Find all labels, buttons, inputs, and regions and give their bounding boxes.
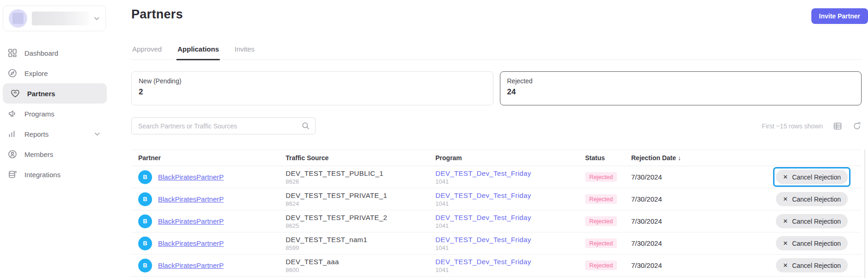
table-row: B BlackPiratesPartnerP DEV_TEST_TEST_PRI… [131,210,862,232]
column-header-program[interactable]: Program [428,154,578,162]
status-badge: Rejected [585,172,617,182]
stat-value: 24 [507,87,855,97]
scrollbar-track[interactable] [864,150,865,278]
integrations-icon [7,169,18,180]
tab-applications[interactable]: Applications [176,42,220,60]
sidebar-item-label: Integrations [24,171,60,179]
tab-invites[interactable]: Invites [234,42,255,59]
column-header-partner[interactable]: Partner [131,154,279,162]
tab-bar: Approved Applications Invites [131,42,862,60]
cancel-rejection-button-wrapper: ✕ Cancel Rejection [773,255,850,275]
sidebar-item-partners[interactable]: Partners [3,83,107,104]
stat-cards: New (Pending) 2 Rejected 24 [131,71,862,105]
traffic-source-cell: DEV_TEST_TEST_PRIVATE_1 8624 [279,191,428,207]
tab-approved[interactable]: Approved [131,42,163,59]
status-cell: Rejected [578,261,624,270]
sort-descending-icon: ↓ [678,154,681,162]
reports-icon [7,129,18,139]
search-icon [302,122,310,130]
cancel-rejection-label: Cancel Rejection [792,174,841,181]
partner-avatar: B [138,192,152,206]
sidebar-item-label: Members [24,151,53,158]
close-icon: ✕ [783,262,788,269]
column-header-traffic-source[interactable]: Traffic Source [279,154,428,162]
action-cell: ✕ Cancel Rejection [773,211,850,231]
column-header-status[interactable]: Status [578,154,624,162]
rejection-date-cell: 7/30/2024 [624,217,712,225]
partner-link[interactable]: BlackPiratesPartnerP [158,195,224,203]
invite-partner-button[interactable]: Invite Partner [811,8,868,24]
explore-icon [7,68,18,78]
members-icon [7,149,18,159]
action-cell: ✕ Cancel Rejection [773,167,850,187]
sidebar: Dashboard Explore Partners Programs Repo… [0,0,107,278]
stat-label: New (Pending) [139,77,486,85]
stat-card-new-pending[interactable]: New (Pending) 2 [131,71,493,105]
program-cell: DEV_TEST_Dev_Test_Friday 1041 [428,214,578,229]
table-row: B BlackPiratesPartnerP DEV_TEST_TEST_PRI… [131,188,862,210]
partner-link[interactable]: BlackPiratesPartnerP [158,173,224,181]
rejection-date-cell: 7/30/2024 [624,239,712,247]
traffic-source-id: 8600 [286,266,428,273]
workspace-avatar [9,9,27,28]
table-view-icon[interactable] [833,122,842,131]
rows-shown-label: First ~15 rows shown [762,122,823,130]
partner-link[interactable]: BlackPiratesPartnerP [158,261,224,269]
chevron-down-icon[interactable] [94,131,100,137]
sidebar-item-explore[interactable]: Explore [0,63,107,83]
status-cell: Rejected [578,216,624,226]
program-link[interactable]: DEV_TEST_Dev_Test_Friday [435,214,578,221]
sidebar-item-reports[interactable]: Reports [0,124,107,144]
sidebar-item-programs[interactable]: Programs [0,104,107,124]
traffic-source-name: DEV_TEST_TEST_nam1 [286,236,428,243]
program-link[interactable]: DEV_TEST_Dev_Test_Friday [435,169,578,177]
cancel-rejection-button[interactable]: ✕ Cancel Rejection [776,214,848,228]
program-link[interactable]: DEV_TEST_Dev_Test_Friday [435,191,578,199]
close-icon: ✕ [783,196,788,203]
cancel-rejection-button[interactable]: ✕ Cancel Rejection [776,170,848,184]
cancel-rejection-button[interactable]: ✕ Cancel Rejection [776,236,848,250]
cancel-rejection-button-wrapper: ✕ Cancel Rejection [773,211,850,231]
traffic-source-name: DEV_TEST_aaa [286,258,428,266]
partner-avatar: B [138,170,152,184]
program-link[interactable]: DEV_TEST_Dev_Test_Friday [435,258,578,266]
traffic-source-name: DEV_TEST_TEST_PRIVATE_1 [286,191,428,199]
sidebar-item-label: Partners [27,90,55,98]
sidebar-item-members[interactable]: Members [0,144,107,164]
cancel-rejection-button-wrapper: ✕ Cancel Rejection [773,233,850,253]
table-body: B BlackPiratesPartnerP DEV_TEST_TEST_PUB… [131,166,862,277]
refresh-icon[interactable] [852,122,862,131]
cancel-rejection-label: Cancel Rejection [792,240,841,247]
partner-link[interactable]: BlackPiratesPartnerP [158,239,224,247]
status-cell: Rejected [578,172,624,182]
partner-avatar: B [138,237,152,250]
traffic-source-name: DEV_TEST_TEST_PRIVATE_2 [286,214,428,221]
sidebar-item-label: Reports [24,130,49,138]
rejection-date-cell: 7/30/2024 [624,195,712,203]
status-cell: Rejected [578,194,624,204]
program-cell: DEV_TEST_Dev_Test_Friday 1041 [428,169,578,185]
close-icon: ✕ [783,218,788,225]
sidebar-item-dashboard[interactable]: Dashboard [0,43,107,63]
cancel-rejection-label: Cancel Rejection [792,196,841,203]
table-header-row: Partner Traffic Source Program Status Re… [131,150,862,166]
workspace-name-redacted [32,12,89,25]
cancel-rejection-button[interactable]: ✕ Cancel Rejection [776,192,848,206]
partner-avatar: B [138,214,152,228]
workspace-switcher[interactable] [3,6,106,31]
partner-link[interactable]: BlackPiratesPartnerP [158,217,224,225]
cancel-rejection-button[interactable]: ✕ Cancel Rejection [776,258,848,272]
partner-cell: B BlackPiratesPartnerP [131,214,279,228]
program-link[interactable]: DEV_TEST_Dev_Test_Friday [435,236,578,243]
page-title: Partners [131,7,183,22]
sidebar-item-integrations[interactable]: Integrations [0,164,107,185]
traffic-source-cell: DEV_TEST_TEST_PRIVATE_2 8625 [279,214,428,229]
status-badge: Rejected [585,238,617,248]
stat-card-rejected[interactable]: Rejected 24 [500,71,862,105]
column-header-rejection-date[interactable]: Rejection Date↓ [624,154,712,162]
program-id: 1041 [435,200,578,207]
search-box[interactable] [131,117,316,134]
action-cell: ✕ Cancel Rejection [773,233,850,253]
search-input[interactable] [138,122,302,130]
traffic-source-cell: DEV_TEST_TEST_PUBLIC_1 8626 [279,169,428,185]
